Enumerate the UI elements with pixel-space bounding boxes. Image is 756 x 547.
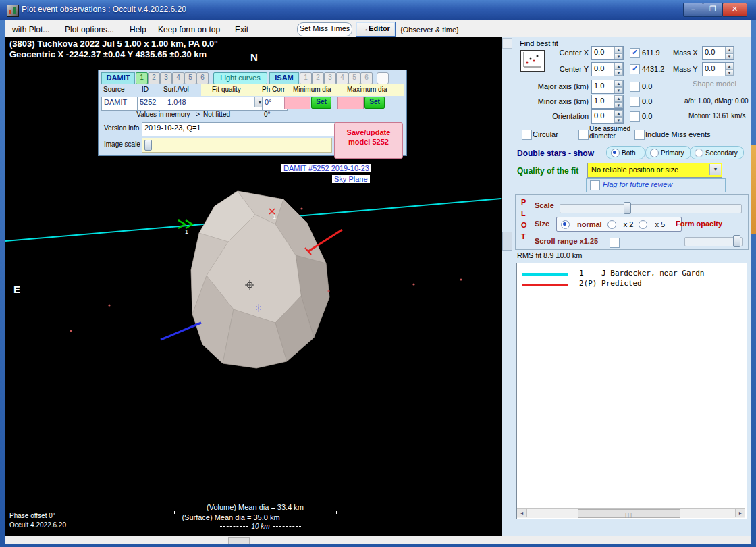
both-radio[interactable] bbox=[611, 149, 620, 157]
flag-review-checkbox[interactable] bbox=[590, 180, 600, 190]
major-axis-check-value: 0.0 bbox=[642, 82, 652, 90]
id-field[interactable]: 5252 bbox=[137, 97, 168, 111]
min-dia-set-button[interactable]: Set bbox=[311, 97, 331, 109]
obs-y-checkbox[interactable] bbox=[630, 64, 640, 74]
isam-model-button-2[interactable]: 2 bbox=[312, 72, 324, 84]
menu-with-plot[interactable]: with Plot... bbox=[12, 25, 49, 34]
window-hscroll-thumb[interactable] bbox=[228, 537, 250, 544]
minor-axis-spinner[interactable]: 1.0 ▲▼ bbox=[591, 95, 624, 109]
close-button[interactable] bbox=[722, 3, 747, 17]
quality-dropdown-arrow-icon[interactable]: ▼ bbox=[709, 164, 721, 175]
mass-x-spin-arrows-icon[interactable]: ▲▼ bbox=[725, 47, 734, 59]
observers-listbox[interactable]: 1 J Bardecker, near Gardn 2(P) Predicted… bbox=[516, 263, 747, 519]
mass-y-spinner[interactable]: 0.0 ▲▼ bbox=[702, 62, 734, 76]
major-axis-checkbox[interactable] bbox=[630, 82, 640, 92]
fit-quality-combobox[interactable]: ▼ bbox=[202, 97, 265, 111]
size-normal-radio[interactable] bbox=[561, 220, 570, 229]
orientation-spinner[interactable]: 0.0 ▲▼ bbox=[591, 109, 624, 124]
isam-model-button-3[interactable]: 3 bbox=[324, 72, 336, 84]
scale-bar-label: 10 km bbox=[251, 523, 269, 530]
light-curves-button[interactable]: Light curves bbox=[213, 72, 267, 84]
mass-x-spinner[interactable]: 0.0 ▲▼ bbox=[702, 46, 734, 60]
damit-model-button-4[interactable]: 4 bbox=[172, 72, 184, 84]
plot-settings-group: P L O T Scale Size normal x 2 x 5 Form o… bbox=[515, 194, 749, 250]
double-stars-both-option[interactable]: Both bbox=[606, 146, 645, 159]
values-in-memory-label: Values in memory => bbox=[101, 111, 200, 118]
image-scale-slider-thumb[interactable] bbox=[144, 140, 152, 151]
menu-keep-form-on-top[interactable]: Keep form on top bbox=[158, 25, 220, 34]
orientation-check-value: 0.0 bbox=[642, 112, 652, 120]
app-window: Plot event observations : Occult v.4.202… bbox=[0, 0, 756, 547]
size-x5-radio[interactable] bbox=[639, 220, 647, 229]
version-info-field[interactable]: 2019-10-23, Q=1 bbox=[142, 122, 336, 136]
menu-help[interactable]: Help bbox=[130, 25, 146, 34]
scroll-range-checkbox[interactable] bbox=[610, 238, 620, 248]
isam-model-button-6[interactable]: 6 bbox=[360, 72, 373, 84]
scale-slider[interactable] bbox=[560, 204, 742, 213]
damit-model-button-5[interactable]: 5 bbox=[184, 72, 196, 84]
save-update-model-button[interactable]: Save/update model 5252 bbox=[334, 122, 403, 159]
menu-exit[interactable]: Exit bbox=[235, 25, 248, 34]
minor-axis-checkbox[interactable] bbox=[630, 97, 640, 107]
listbox-hscrollbar[interactable]: ◄ ► bbox=[517, 508, 745, 518]
obs-x-checkbox[interactable] bbox=[630, 48, 640, 58]
size-normal-label: normal bbox=[577, 220, 602, 228]
editor-button[interactable]: →Editor bbox=[356, 22, 396, 37]
max-dia-set-button[interactable]: Set bbox=[364, 97, 385, 109]
major-axis-spin-arrows-icon[interactable]: ▲▼ bbox=[614, 80, 623, 93]
memory-fit-value: Not fitted bbox=[203, 111, 230, 118]
minor-axis-spin-arrows-icon[interactable]: ▲▼ bbox=[614, 95, 623, 108]
minimize-button[interactable] bbox=[683, 3, 703, 17]
chord-blue-line[interactable] bbox=[161, 323, 201, 340]
center-x-spinner[interactable]: 0.0 ▲▼ bbox=[591, 46, 624, 60]
major-axis-spinner[interactable]: 1.0 ▲▼ bbox=[591, 80, 624, 94]
hscroll-right-arrow-icon[interactable]: ► bbox=[735, 509, 745, 517]
damit-model-button-6[interactable]: 6 bbox=[196, 72, 209, 84]
quality-of-fit-dropdown[interactable]: No reliable position or size ▼ bbox=[587, 163, 722, 178]
center-y-label: Center Y bbox=[548, 65, 589, 73]
use-assumed-diameter-checkbox[interactable] bbox=[578, 130, 589, 140]
center-x-spin-arrows-icon[interactable]: ▲▼ bbox=[614, 47, 623, 59]
damit-tab[interactable]: DAMIT bbox=[101, 72, 135, 84]
plot-vscroll-button[interactable] bbox=[502, 38, 512, 49]
double-stars-secondary-option[interactable]: Secondary bbox=[690, 146, 744, 159]
size-x2-radio[interactable] bbox=[608, 220, 616, 229]
damit-model-button-1[interactable]: 1 bbox=[136, 72, 148, 84]
image-scale-slider[interactable] bbox=[142, 138, 332, 153]
isam-model-button-1[interactable]: 1 bbox=[300, 72, 312, 84]
damit-model-button-2[interactable]: 2 bbox=[148, 72, 160, 84]
double-stars-primary-option[interactable]: Primary bbox=[645, 146, 691, 159]
hscroll-thumb[interactable] bbox=[578, 509, 680, 518]
sky-plot-area[interactable]: (3803) Tuchkova 2022 Jul 5 1.00 x 1.00 k… bbox=[5, 37, 502, 536]
center-y-spin-arrows-icon[interactable]: ▲▼ bbox=[614, 63, 623, 76]
plot-vscroll-thumb[interactable] bbox=[502, 232, 512, 251]
isam-tab[interactable]: ISAM bbox=[269, 72, 299, 84]
orientation-checkbox[interactable] bbox=[630, 111, 640, 122]
legend-entry-2[interactable]: 2(P) Predicted bbox=[579, 279, 642, 288]
find-best-fit-button[interactable] bbox=[520, 50, 545, 72]
circular-checkbox[interactable] bbox=[522, 130, 532, 140]
window-hscrollbar[interactable] bbox=[5, 536, 751, 544]
secondary-radio[interactable] bbox=[695, 149, 703, 157]
legend-entry-1[interactable]: 1 J Bardecker, near Gardn bbox=[579, 269, 704, 278]
window-right-edge-thumb[interactable] bbox=[751, 145, 756, 234]
damit-model-button-3[interactable]: 3 bbox=[160, 72, 172, 84]
primary-radio[interactable] bbox=[650, 149, 659, 157]
maximize-button[interactable] bbox=[703, 3, 723, 17]
orientation-spin-arrows-icon[interactable]: ▲▼ bbox=[614, 110, 623, 123]
center-y-spinner[interactable]: 0.0 ▲▼ bbox=[591, 62, 624, 76]
form-opacity-slider-thumb[interactable] bbox=[733, 235, 740, 247]
max-dia-field[interactable] bbox=[338, 97, 364, 109]
isam-extra-button[interactable] bbox=[377, 72, 389, 84]
chord-2-predicted-line[interactable] bbox=[308, 230, 342, 251]
isam-model-button-4[interactable]: 4 bbox=[336, 72, 348, 84]
mass-y-spin-arrows-icon[interactable]: ▲▼ bbox=[725, 63, 734, 76]
set-miss-times-button[interactable]: Set Miss Times bbox=[297, 22, 352, 36]
min-dia-field[interactable] bbox=[284, 97, 310, 109]
menu-plot-options[interactable]: Plot options... bbox=[65, 25, 114, 34]
hscroll-left-arrow-icon[interactable]: ◄ bbox=[517, 509, 527, 517]
isam-model-button-5[interactable]: 5 bbox=[348, 72, 360, 84]
include-miss-events-checkbox[interactable] bbox=[634, 130, 645, 140]
scale-bar-dash-left bbox=[220, 526, 248, 527]
scale-slider-thumb[interactable] bbox=[624, 202, 631, 214]
